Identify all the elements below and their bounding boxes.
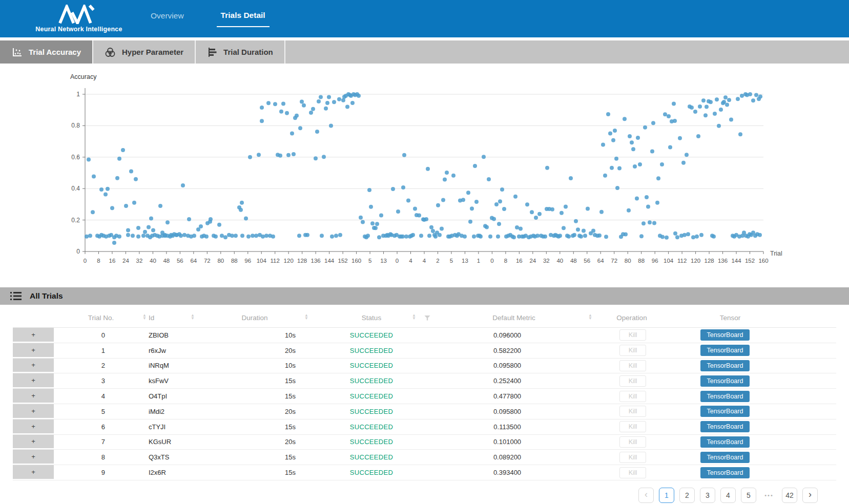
kill-button[interactable]: Kill [619,436,647,448]
data-point[interactable] [230,234,234,238]
data-point[interactable] [693,110,697,114]
kill-button[interactable]: Kill [619,375,647,387]
data-point[interactable] [115,176,119,180]
sort-arrows-status-icon[interactable]: ▲▼ [412,314,416,320]
data-point[interactable] [278,154,282,158]
data-point[interactable] [443,177,447,181]
data-point[interactable] [292,152,296,156]
data-point[interactable] [472,235,476,239]
data-point[interactable] [479,235,483,239]
data-point[interactable] [103,193,108,197]
data-point[interactable] [131,234,135,238]
data-point[interactable] [302,103,306,108]
data-point[interactable] [451,174,455,178]
data-point[interactable] [630,140,634,144]
data-point[interactable] [260,119,264,123]
data-point[interactable] [254,234,258,238]
data-point[interactable] [273,102,277,106]
data-point[interactable] [631,147,635,151]
data-point[interactable] [738,132,742,136]
data-point[interactable] [686,232,690,236]
data-point[interactable] [604,235,608,239]
data-point[interactable] [567,235,571,239]
data-point[interactable] [361,220,365,224]
data-point[interactable] [497,222,501,226]
data-point[interactable] [494,202,499,206]
data-point[interactable] [327,95,331,99]
data-point[interactable] [279,110,283,114]
data-point[interactable] [599,210,604,214]
kill-button[interactable]: Kill [619,345,647,356]
data-point[interactable] [597,234,602,238]
data-point[interactable] [112,241,116,245]
expand-row-button[interactable]: + [13,389,54,404]
data-point[interactable] [330,235,334,239]
data-point[interactable] [341,98,345,102]
data-point[interactable] [244,217,248,221]
page-button-1[interactable]: 1 [659,488,674,503]
expand-row-button[interactable]: + [13,404,54,419]
data-point[interactable] [685,153,689,157]
data-point[interactable] [722,100,726,104]
tensorboard-button[interactable]: TensorBoard [700,436,750,448]
data-point[interactable] [134,177,138,181]
data-point[interactable] [379,213,383,217]
data-point[interactable] [424,217,428,221]
data-point[interactable] [667,114,671,118]
data-point[interactable] [525,202,529,206]
nav-item-trials-detail[interactable]: Trials Detail [217,11,270,27]
data-point[interactable] [217,223,221,227]
data-point[interactable] [498,199,502,203]
data-point[interactable] [729,117,733,121]
data-point[interactable] [614,157,618,161]
data-point[interactable] [401,235,405,239]
data-point[interactable] [334,234,338,238]
data-point[interactable] [758,233,762,237]
data-point[interactable] [672,101,676,106]
tensorboard-button[interactable]: TensorBoard [700,329,750,341]
data-point[interactable] [117,235,121,239]
data-point[interactable] [574,219,578,223]
data-point[interactable] [502,207,506,211]
data-point[interactable] [727,98,731,102]
tab-trial-duration[interactable]: Trial Duration [196,40,285,64]
nav-item-overview[interactable]: Overview [147,11,188,27]
data-point[interactable] [690,106,694,110]
data-point[interactable] [106,187,110,191]
data-point[interactable] [696,134,700,138]
data-point[interactable] [758,95,762,99]
tensorboard-button[interactable]: TensorBoard [700,421,750,432]
data-point[interactable] [440,226,444,230]
data-point[interactable] [322,155,326,159]
data-point[interactable] [636,136,640,140]
data-point[interactable] [402,153,406,157]
data-point[interactable] [126,233,130,237]
accuracy-scatter-chart[interactable]: Accuracy Trial 00.20.40.60.8108162432404… [0,64,849,271]
data-point[interactable] [719,108,723,112]
data-point[interactable] [300,99,304,103]
data-point[interactable] [534,216,538,220]
data-point[interactable] [699,233,703,237]
data-point[interactable] [426,167,430,171]
data-point[interactable] [297,234,301,238]
data-point[interactable] [143,230,147,234]
data-point[interactable] [240,201,244,205]
data-point[interactable] [286,153,291,157]
data-point[interactable] [240,234,244,238]
data-point[interactable] [613,129,617,133]
data-point[interactable] [703,113,708,117]
data-point[interactable] [404,235,408,239]
data-point[interactable] [266,101,271,105]
data-point[interactable] [610,166,614,170]
data-point[interactable] [147,225,151,229]
data-point[interactable] [656,176,660,180]
data-point[interactable] [311,107,315,111]
data-point[interactable] [474,200,479,204]
data-point[interactable] [314,156,318,160]
data-point[interactable] [537,212,542,216]
data-point[interactable] [223,235,227,239]
data-point[interactable] [550,207,554,212]
data-point[interactable] [204,235,209,239]
data-point[interactable] [320,234,324,238]
funnel-filter-icon[interactable] [424,316,430,321]
